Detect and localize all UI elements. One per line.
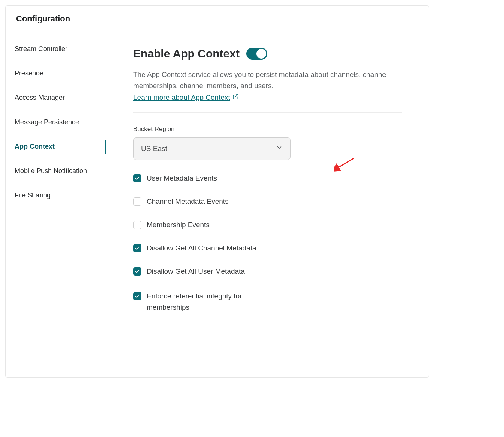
bucket-region-value: US East <box>141 145 167 153</box>
configuration-panel: Configuration Stream Controller Presence… <box>5 5 429 378</box>
checkbox-label: User Metadata Events <box>147 174 217 182</box>
svg-line-1 <box>337 158 354 168</box>
sidebar: Stream Controller Presence Access Manage… <box>6 32 106 374</box>
page-title: Enable App Context <box>133 47 240 60</box>
checkbox-label: Channel Metadata Events <box>147 197 229 206</box>
sidebar-item-label: Access Manager <box>15 94 65 101</box>
sidebar-item-label: File Sharing <box>15 191 51 199</box>
title-row: Enable App Context <box>133 47 402 60</box>
sidebar-item-label: Stream Controller <box>15 45 68 53</box>
content-area: Enable App Context The App Context servi… <box>106 32 429 374</box>
sidebar-item-message-persistence[interactable]: Message Persistence <box>6 110 106 134</box>
learn-more-label: Learn more about App Context <box>133 93 230 102</box>
checkbox-label: Membership Events <box>147 221 210 229</box>
option-enforce-referential-integrity: Enforce referential integrity for member… <box>133 291 402 313</box>
bucket-region-select[interactable]: US East <box>133 137 291 160</box>
checkbox-disallow-get-all-user-metadata[interactable] <box>133 267 141 276</box>
checkbox-enforce-referential-integrity[interactable] <box>133 292 141 300</box>
bucket-region-label: Bucket Region <box>133 125 402 133</box>
enable-app-context-toggle[interactable] <box>246 48 267 60</box>
checkbox-user-metadata-events[interactable] <box>133 174 141 182</box>
panel-title: Configuration <box>16 14 418 24</box>
sidebar-item-label: Presence <box>15 69 43 77</box>
sidebar-item-access-manager[interactable]: Access Manager <box>6 86 106 110</box>
svg-line-0 <box>235 94 238 97</box>
sidebar-item-file-sharing[interactable]: File Sharing <box>6 183 106 208</box>
checkbox-label: Disallow Get All Channel Metadata <box>147 244 256 252</box>
option-membership-events: Membership Events <box>133 221 402 229</box>
bucket-region-field: Bucket Region US East <box>133 125 402 160</box>
checkbox-label: Enforce referential integrity for member… <box>147 291 274 313</box>
sidebar-item-stream-controller[interactable]: Stream Controller <box>6 37 106 61</box>
toggle-knob <box>256 49 266 59</box>
option-user-metadata-events: User Metadata Events <box>133 174 402 182</box>
external-link-icon <box>232 93 239 102</box>
sidebar-item-label: App Context <box>15 143 55 150</box>
chevron-down-icon <box>276 144 283 153</box>
checkbox-membership-events[interactable] <box>133 221 141 229</box>
sidebar-item-label: Mobile Push Notification <box>15 167 87 175</box>
sidebar-item-label: Message Persistence <box>15 118 79 126</box>
checkbox-channel-metadata-events[interactable] <box>133 197 141 206</box>
checkbox-disallow-get-all-channel-metadata[interactable] <box>133 244 141 252</box>
option-disallow-get-all-user-metadata: Disallow Get All User Metadata <box>133 267 402 276</box>
panel-body: Stream Controller Presence Access Manage… <box>6 32 429 374</box>
learn-more-link[interactable]: Learn more about App Context <box>133 93 239 102</box>
sidebar-item-app-context[interactable]: App Context <box>6 134 106 159</box>
panel-header: Configuration <box>6 6 429 32</box>
option-disallow-get-all-channel-metadata: Disallow Get All Channel Metadata <box>133 244 402 252</box>
description-text: The App Context service allows you to pe… <box>133 69 388 92</box>
sidebar-item-presence[interactable]: Presence <box>6 61 106 86</box>
divider <box>133 112 402 113</box>
checkbox-label: Disallow Get All User Metadata <box>147 267 245 276</box>
option-channel-metadata-events: Channel Metadata Events <box>133 197 402 206</box>
sidebar-item-mobile-push-notification[interactable]: Mobile Push Notification <box>6 159 106 183</box>
